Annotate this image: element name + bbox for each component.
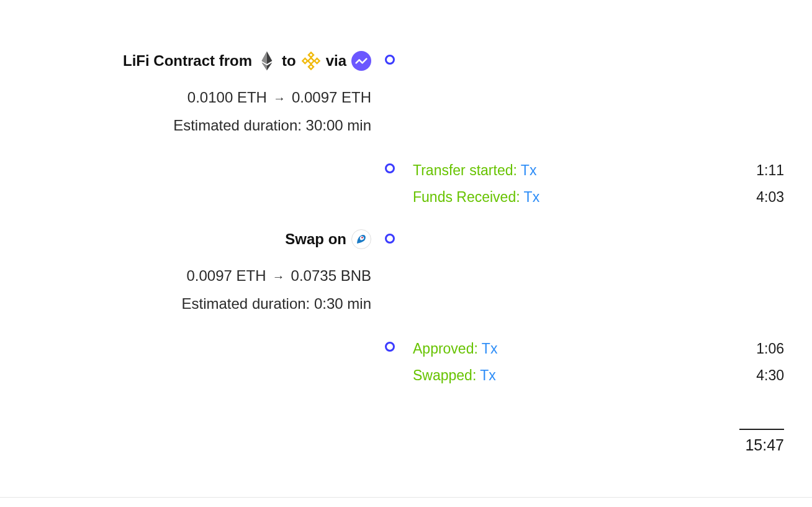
step1-from-amount: 0.0100 ETH xyxy=(187,85,267,111)
svg-marker-1 xyxy=(262,52,267,64)
total-time: 15:47 xyxy=(739,429,784,454)
tx-link[interactable]: Tx xyxy=(482,340,498,357)
step1-amounts: 0.0100 ETH → 0.0097 ETH xyxy=(123,85,371,111)
bnb-chain-icon xyxy=(301,51,321,71)
tx-link[interactable]: Tx xyxy=(524,189,540,205)
timeline-node-step1 xyxy=(385,55,395,65)
timeline-node-step2-events xyxy=(385,342,395,352)
event-time: 1:06 xyxy=(756,336,784,362)
svg-marker-5 xyxy=(309,65,314,70)
timeline-node-step2 xyxy=(385,234,395,244)
svg-marker-7 xyxy=(314,58,319,63)
svg-marker-3 xyxy=(262,63,267,71)
step2-event-approved: Approved: Tx 1:06 xyxy=(413,336,784,362)
arrow-right-icon: → xyxy=(273,88,286,109)
step1-event-funds-received: Funds Received: Tx 4:03 xyxy=(413,184,784,211)
step2-to-amount: 0.0735 BNB xyxy=(291,263,371,289)
svg-point-9 xyxy=(361,237,363,239)
step1-title: LiFi Contract from to xyxy=(123,48,371,74)
bridge-provider-icon xyxy=(351,51,371,71)
step2-events: Approved: Tx 1:06 Swapped: Tx 4:30 xyxy=(413,336,784,388)
event-label: Swapped: xyxy=(413,367,476,383)
divider xyxy=(0,497,812,498)
event-time: 1:11 xyxy=(756,157,784,184)
event-label: Approved: xyxy=(413,340,478,357)
svg-marker-8 xyxy=(308,58,314,65)
step2-duration: Estimated duration: 0:30 min xyxy=(182,291,372,317)
total-time-block: 15:47 xyxy=(739,429,784,454)
ethereum-icon xyxy=(257,51,277,71)
event-label: Funds Received: xyxy=(413,189,520,205)
step2-from-amount: 0.0097 ETH xyxy=(187,263,266,289)
step1-duration: Estimated duration: 30:00 min xyxy=(123,113,371,139)
step1-summary: LiFi Contract from to xyxy=(123,48,371,138)
step1-events: Transfer started: Tx 1:11 Funds Received… xyxy=(413,157,784,210)
step2-summary: Swap on 0.0097 ETH → 0.0735 BNB Estimate… xyxy=(182,227,372,316)
step1-title-mid: to xyxy=(282,48,296,74)
arrow-right-icon: → xyxy=(273,266,285,287)
tx-link[interactable]: Tx xyxy=(521,162,537,178)
event-time: 4:03 xyxy=(756,184,784,211)
svg-marker-6 xyxy=(302,58,307,63)
step1-to-amount: 0.0097 ETH xyxy=(292,85,371,111)
svg-marker-4 xyxy=(309,53,314,58)
tx-link[interactable]: Tx xyxy=(480,367,496,383)
step1-title-prefix: LiFi Contract from xyxy=(123,48,252,74)
step1-event-transfer-started: Transfer started: Tx 1:11 xyxy=(413,157,784,184)
dex-provider-icon xyxy=(351,229,371,249)
step1-title-suffix: via xyxy=(326,48,346,74)
timeline-node-step1-events xyxy=(385,163,395,173)
step2-title: Swap on xyxy=(182,227,372,252)
event-time: 4:30 xyxy=(756,362,784,389)
event-label: Transfer started: xyxy=(413,162,517,178)
step2-event-swapped: Swapped: Tx 4:30 xyxy=(413,362,784,389)
step2-amounts: 0.0097 ETH → 0.0735 BNB xyxy=(182,263,372,289)
step2-title-text: Swap on xyxy=(285,227,346,252)
